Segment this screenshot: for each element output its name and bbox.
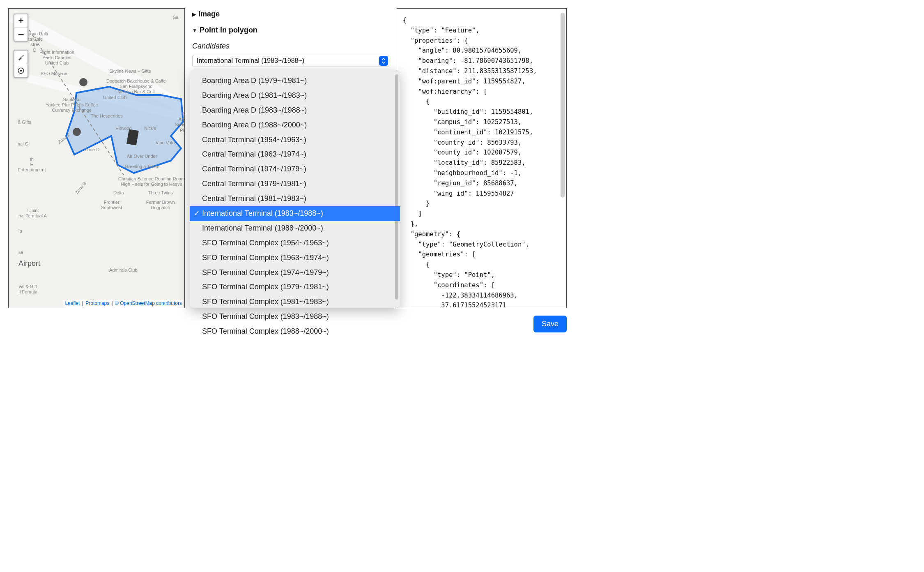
dropdown-option[interactable]: Boarding Area D (1979~/1981~) <box>190 74 400 88</box>
feature-json-text[interactable]: { "type": "Feature", "properties": { "an… <box>397 9 566 308</box>
map-poi-label: The Hesperides <box>91 113 123 119</box>
select-stepper-icon[interactable] <box>379 56 388 66</box>
map-poi-label: Vino Volo <box>156 140 175 145</box>
candidates-dropdown[interactable]: Boarding Area D (1979~/1981~)Boarding Ar… <box>190 69 400 308</box>
dropdown-option[interactable]: ✓International Terminal (1983~/1988~) <box>190 206 400 221</box>
map-poi-label: nal G <box>18 141 28 147</box>
map-poi-label: FrontierSouthwest <box>101 200 122 210</box>
dropdown-option-label: Central Terminal (1954~/1963~) <box>202 136 306 144</box>
map-poi-label: ws & GiftIl Fornaio <box>18 284 37 295</box>
controls-panel: ▶ Image ▼ Point in polygon Candidates In… <box>192 8 389 308</box>
dropdown-option-label: Boarding Area D (1988~/2000~) <box>202 121 307 129</box>
dropdown-option-label: Central Terminal (1974~/1979~) <box>202 165 306 173</box>
attribution-separator: | <box>82 300 83 306</box>
dropdown-option[interactable]: Central Terminal (1981~/1983~) <box>190 191 400 206</box>
attribution-leaflet-link[interactable]: Leaflet <box>65 300 80 306</box>
dropdown-option-label: Boarding Area D (1979~/1981~) <box>202 76 307 85</box>
map-poi-label: Christian Science Reading RoomHigh Heels… <box>118 176 185 187</box>
pip-disclosure[interactable]: ▼ Point in polygon <box>192 26 389 35</box>
chevron-down-icon <box>382 61 386 64</box>
map-poi-label: United Club <box>103 95 126 100</box>
attribution-osm-link[interactable]: © OpenStreetMap contributors <box>115 300 182 306</box>
map-poi-label: ia <box>18 228 22 234</box>
triangle-right-icon: ▶ <box>192 12 196 17</box>
candidates-select[interactable]: International Terminal (1983~/1988~) Boa… <box>192 55 389 67</box>
dropdown-option[interactable]: Boarding Area D (1983~/1988~) <box>190 103 400 118</box>
map-poi-label: r Jointnal Terminal A <box>18 208 47 219</box>
dropdown-option[interactable]: SFO Terminal Complex (1974~/1979~) <box>190 265 400 280</box>
dropdown-option-label: Boarding Area D (1981~/1983~) <box>202 91 307 99</box>
dropdown-option-label: SFO Terminal Complex (1983~/1988~) <box>202 312 329 321</box>
map-poi-label: Delta <box>113 190 124 196</box>
dropdown-option-label: Central Terminal (1981~/1983~) <box>202 194 306 203</box>
map-poi-label: Nick's <box>144 126 156 131</box>
dropdown-option[interactable]: Central Terminal (1963~/1974~) <box>190 147 400 162</box>
paint-tool-button[interactable] <box>14 51 28 64</box>
dropdown-option-label: SFO Terminal Complex (1954~/1963~) <box>202 239 329 247</box>
map-poi-label: PeAndalSunset NPink <box>175 111 185 133</box>
select-value[interactable]: International Terminal (1983~/1988~) <box>192 55 389 67</box>
map-poi-label: Three Twins <box>148 190 173 196</box>
drawing-tools <box>14 50 28 78</box>
map-poi-label: Admirals Club <box>109 268 137 273</box>
dropdown-option-label: SFO Terminal Complex (1981~/1983~) <box>202 298 329 306</box>
svg-point-3 <box>20 69 22 72</box>
map-poi-label: Greeting a Totem <box>125 164 159 169</box>
image-disclosure-label: Image <box>198 10 220 18</box>
dropdown-option[interactable]: Central Terminal (1954~/1963~) <box>190 133 400 148</box>
chevron-up-icon <box>382 58 386 61</box>
zoom-control: + − <box>14 14 28 42</box>
target-icon <box>17 67 25 74</box>
dropdown-option[interactable]: SFO Terminal Complex (1979~/1981~) <box>190 280 400 295</box>
dropdown-option[interactable]: SFO Terminal Complex (1988~/2000~) <box>190 324 400 339</box>
map-poi-label: SankakuYankee Pier Peet's CoffeeCurrency… <box>46 97 98 113</box>
zoom-in-button[interactable]: + <box>14 14 28 28</box>
map-poi-label: Farmer BrownDogpatch <box>146 200 175 210</box>
map-poi-label: Flight InformationSee's CandiesUnited Cl… <box>39 50 74 66</box>
dropdown-option-label: SFO Terminal Complex (1974~/1979~) <box>202 268 329 277</box>
map-poi-label: SFO Museum <box>41 71 69 76</box>
map-marker[interactable] <box>79 78 87 86</box>
image-disclosure[interactable]: ▶ Image <box>192 10 389 18</box>
feature-json-panel[interactable]: { "type": "Feature", "properties": { "an… <box>397 8 567 308</box>
attribution-protomaps-link[interactable]: Protomaps <box>85 300 109 306</box>
candidates-label: Candidates <box>192 42 389 51</box>
dropdown-option[interactable]: SFO Terminal Complex (2000~/2006~) <box>190 339 400 341</box>
map-surface[interactable]: SaEmporio Rullista CafestreCFlight Infor… <box>9 9 184 308</box>
map-marker[interactable] <box>73 128 81 136</box>
map-poi-label: Air Over Under <box>127 154 157 159</box>
map-poi-label: Dogpatch Bakehouse & CaffeSan Franpsycho… <box>106 78 166 95</box>
dropdown-option-label: SFO Terminal Complex (1963~/1974~) <box>202 254 329 262</box>
pip-disclosure-label: Point in polygon <box>200 26 257 35</box>
dropdown-option[interactable]: Central Terminal (1974~/1979~) <box>190 162 400 177</box>
dropdown-option-label: Central Terminal (1963~/1974~) <box>202 150 306 158</box>
map-poi-label: Skyline News + Gifts <box>109 69 151 74</box>
map-poi-label: Zone D <box>85 147 99 152</box>
map-poi-label: & Gifts <box>18 120 31 125</box>
triangle-down-icon: ▼ <box>192 28 197 33</box>
map-attribution: Leaflet | Protomaps | © OpenStreetMap co… <box>63 300 184 307</box>
zoom-out-button[interactable]: − <box>14 28 28 41</box>
map-panel[interactable]: SaEmporio Rullista CafestreCFlight Infor… <box>8 8 185 308</box>
map-poi-label: Airport <box>18 259 40 268</box>
dropdown-option[interactable]: SFO Terminal Complex (1963~/1974~) <box>190 251 400 265</box>
map-poi-label: se <box>18 250 23 255</box>
dropdown-option-label: International Terminal (1983~/1988~) <box>202 209 323 217</box>
map-poi-label: Sa <box>173 15 178 20</box>
dropdown-option-label: Central Terminal (1979~/1981~) <box>202 180 306 188</box>
dropdown-option[interactable]: SFO Terminal Complex (1981~/1983~) <box>190 295 400 309</box>
brush-icon <box>17 53 25 61</box>
dropdown-option[interactable]: SFO Terminal Complex (1983~/1988~) <box>190 309 400 324</box>
dropdown-option[interactable]: Central Terminal (1979~/1981~) <box>190 177 400 191</box>
dropdown-option-label: SFO Terminal Complex (1979~/1981~) <box>202 283 329 291</box>
dropdown-option[interactable]: International Terminal (1988~/2000~) <box>190 221 400 236</box>
save-button[interactable]: Save <box>533 316 567 332</box>
map-poi-label: Hitwood <box>115 126 132 131</box>
json-scrollbar[interactable] <box>561 13 565 198</box>
circle-target-tool-button[interactable] <box>14 64 28 77</box>
dropdown-option[interactable]: Boarding Area D (1988~/2000~) <box>190 118 400 133</box>
dropdown-option[interactable]: Boarding Area D (1981~/1983~) <box>190 88 400 103</box>
dropdown-option[interactable]: SFO Terminal Complex (1954~/1963~) <box>190 236 400 251</box>
dropdown-option-label: SFO Terminal Complex (1988~/2000~) <box>202 327 329 335</box>
dropdown-option-label: Boarding Area D (1983~/1988~) <box>202 106 307 114</box>
